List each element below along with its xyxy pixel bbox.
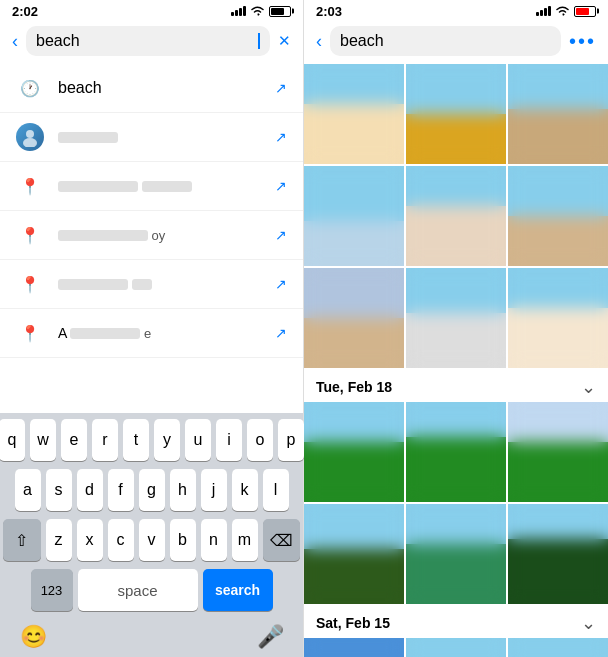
suggestion-contact-beach[interactable]: ↗ (0, 113, 303, 162)
key-b[interactable]: b (170, 519, 196, 561)
section-header-feb18: Tue, Feb 18 ⌄ (304, 368, 608, 402)
text-cursor (258, 33, 260, 49)
more-button[interactable]: ••• (569, 30, 596, 53)
photos-grid-1 (304, 402, 608, 604)
key-x[interactable]: x (77, 519, 103, 561)
key-p[interactable]: p (278, 419, 304, 461)
suggestion-content (58, 275, 261, 293)
suggestion-title: beach (58, 79, 261, 97)
photo-item[interactable] (406, 64, 506, 164)
photo-item[interactable] (406, 166, 506, 266)
photo-item[interactable] (406, 402, 506, 502)
key-h[interactable]: h (170, 469, 196, 511)
arrow-icon: ↗ (275, 178, 287, 194)
battery-icon (269, 6, 291, 17)
key-e[interactable]: e (61, 419, 87, 461)
section-date: Sat, Feb 15 (316, 615, 390, 631)
key-d[interactable]: d (77, 469, 103, 511)
photo-item[interactable] (304, 64, 404, 164)
suggestion-location-3[interactable]: 📍 ↗ (0, 260, 303, 309)
right-time: 2:03 (316, 4, 342, 19)
clock-icon: 🕐 (16, 74, 44, 102)
photo-item[interactable] (304, 268, 404, 368)
num-key[interactable]: 123 (31, 569, 73, 611)
photo-item[interactable] (508, 268, 608, 368)
back-button[interactable]: ‹ (12, 31, 18, 52)
photo-item[interactable] (406, 504, 506, 604)
key-i[interactable]: i (216, 419, 242, 461)
key-m[interactable]: m (232, 519, 258, 561)
keyboard-row-4: 123 space search (3, 569, 300, 611)
key-q[interactable]: q (0, 419, 25, 461)
suggestion-content: oy (58, 226, 261, 244)
key-f[interactable]: f (108, 469, 134, 511)
svg-point-0 (26, 130, 34, 138)
key-o[interactable]: o (247, 419, 273, 461)
wifi-icon (250, 6, 265, 17)
key-z[interactable]: z (46, 519, 72, 561)
left-time: 2:02 (12, 4, 38, 19)
photo-item[interactable] (304, 166, 404, 266)
key-u[interactable]: u (185, 419, 211, 461)
location-icon: 📍 (16, 221, 44, 249)
photos-grid-2 (304, 638, 608, 657)
key-c[interactable]: c (108, 519, 134, 561)
key-g[interactable]: g (139, 469, 165, 511)
photo-item[interactable] (406, 268, 506, 368)
photo-item[interactable] (304, 638, 404, 657)
key-v[interactable]: v (139, 519, 165, 561)
key-l[interactable]: l (263, 469, 289, 511)
key-s[interactable]: s (46, 469, 72, 511)
arrow-icon: ↗ (275, 227, 287, 243)
keyboard-row-3: ⇧ z x c v b n m ⌫ (3, 519, 300, 561)
left-panel: 2:02 ‹ beach ✕ 🕐 (0, 0, 304, 657)
keyboard-bottom-bar: 😊 🎤 (3, 619, 300, 657)
key-a[interactable]: a (15, 469, 41, 511)
keyboard-row-1: q w e r t y u i o p (3, 419, 300, 461)
key-y[interactable]: y (154, 419, 180, 461)
shift-key[interactable]: ⇧ (3, 519, 41, 561)
cancel-button[interactable]: ✕ (278, 32, 291, 50)
space-key[interactable]: space (78, 569, 198, 611)
photos-scroll[interactable]: Tue, Feb 18 ⌄ Sat, Feb 1 (304, 64, 608, 657)
chevron-down-icon[interactable]: ⌄ (581, 376, 596, 398)
signal-icon (231, 6, 246, 16)
mic-button[interactable]: 🎤 (256, 623, 284, 651)
arrow-icon: ↗ (275, 276, 287, 292)
search-bar[interactable]: beach (26, 26, 270, 56)
photo-item[interactable] (508, 638, 608, 657)
left-status-icons (231, 6, 291, 17)
arrow-icon: ↗ (275, 129, 287, 145)
key-t[interactable]: t (123, 419, 149, 461)
emoji-button[interactable]: 😊 (19, 623, 47, 651)
suggestion-location-1[interactable]: 📍 ↗ (0, 162, 303, 211)
photo-item[interactable] (508, 402, 608, 502)
key-n[interactable]: n (201, 519, 227, 561)
key-k[interactable]: k (232, 469, 258, 511)
key-r[interactable]: r (92, 419, 118, 461)
photo-item[interactable] (304, 504, 404, 604)
right-back-button[interactable]: ‹ (316, 31, 322, 52)
key-j[interactable]: j (201, 469, 227, 511)
search-input[interactable]: beach (36, 32, 257, 50)
photo-item[interactable] (508, 64, 608, 164)
photo-item[interactable] (406, 638, 506, 657)
right-search-bar[interactable]: beach (330, 26, 561, 56)
avatar (16, 123, 44, 151)
photos-grid-0 (304, 64, 608, 368)
photo-item[interactable] (508, 166, 608, 266)
svg-point-1 (23, 138, 37, 147)
chevron-down-icon[interactable]: ⌄ (581, 612, 596, 634)
suggestion-location-4[interactable]: 📍 A e ↗ (0, 309, 303, 358)
suggestion-recent-beach[interactable]: 🕐 beach ↗ (0, 64, 303, 113)
delete-key[interactable]: ⌫ (263, 519, 301, 561)
right-status-bar: 2:03 (304, 0, 608, 22)
key-w[interactable]: w (30, 419, 56, 461)
suggestion-location-2[interactable]: 📍 oy ↗ (0, 211, 303, 260)
arrow-icon: ↗ (275, 80, 287, 96)
section-header-feb15: Sat, Feb 15 ⌄ (304, 604, 608, 638)
photo-item[interactable] (304, 402, 404, 502)
left-status-bar: 2:02 (0, 0, 303, 22)
photo-item[interactable] (508, 504, 608, 604)
search-key[interactable]: search (203, 569, 273, 611)
